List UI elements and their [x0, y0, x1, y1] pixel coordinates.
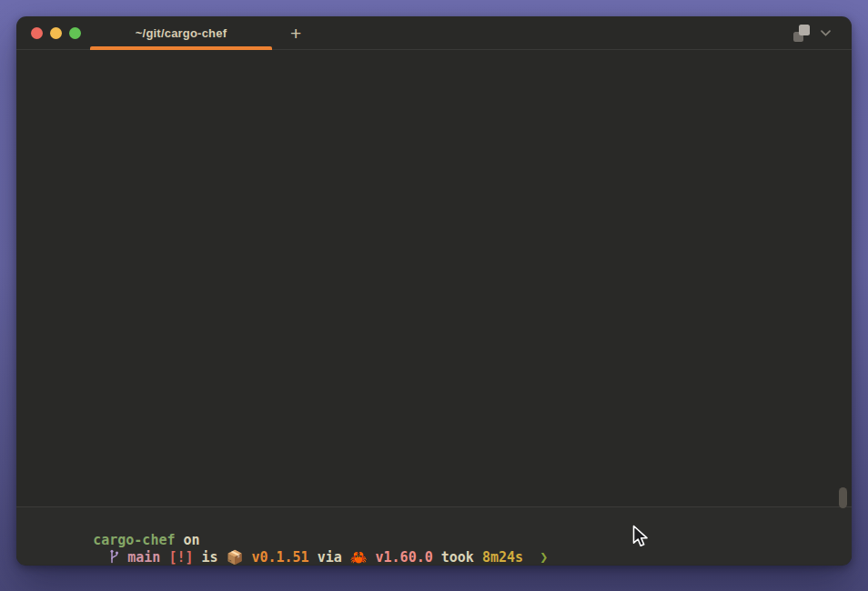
git-branch-name: main	[119, 549, 160, 566]
package-version: v0.1.51	[243, 549, 308, 566]
tab-title: ~/git/cargo-chef	[136, 26, 227, 40]
command-duration: 8m24s	[482, 549, 523, 566]
took-word: took	[433, 549, 482, 566]
prompt-status-line: cargo-chef on main [!] is 📦 v0.1.51 via …	[16, 515, 852, 566]
scrollbar-thumb[interactable]	[839, 487, 847, 508]
via-word: via	[309, 549, 350, 566]
package-icon: 📦	[227, 549, 244, 566]
tab-bar: ~/git/cargo-chef +	[16, 16, 852, 50]
on-word: on	[176, 532, 208, 548]
is-word: is	[194, 549, 227, 566]
tab-cargo-chef[interactable]: ~/git/cargo-chef	[90, 16, 272, 49]
git-status-flags: [!]	[160, 549, 193, 566]
directory-name: cargo-chef	[93, 532, 175, 548]
git-branch-icon	[44, 549, 119, 566]
minimize-button[interactable]	[50, 27, 62, 39]
theme-switcher-button[interactable]	[793, 25, 832, 42]
terminal-viewport	[16, 50, 852, 506]
new-tab-button[interactable]: +	[287, 24, 305, 43]
prompt-block: cargo-chef on main [!] is 📦 v0.1.51 via …	[16, 506, 852, 565]
crab-icon: 🦀	[350, 549, 368, 566]
zoom-button[interactable]	[69, 27, 81, 39]
chevron-down-icon	[820, 25, 832, 41]
prompt-arrow: ❯	[523, 549, 548, 566]
terminal-window: ~/git/cargo-chef + cargo-chef on	[16, 16, 852, 566]
window-controls	[16, 27, 81, 39]
close-button[interactable]	[31, 27, 43, 39]
rust-version: v1.60.0	[368, 549, 433, 566]
overlapping-squares-icon	[793, 25, 813, 42]
